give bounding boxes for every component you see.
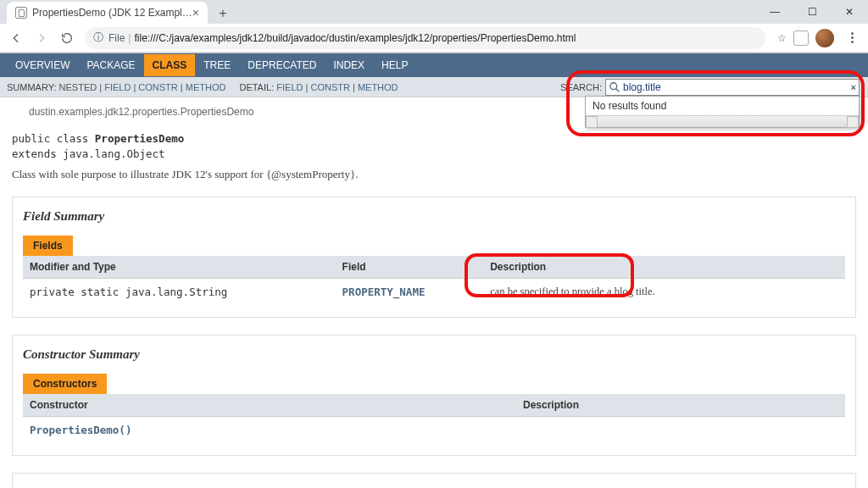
field-description: can be specified to provide a blog title…: [490, 286, 654, 297]
address-bar[interactable]: ⓘ File | file:///C:/java/examples/jdk12/…: [85, 27, 765, 49]
close-window-button[interactable]: ✕: [831, 0, 868, 24]
constructor-summary-section: Constructor Summary Constructors Constru…: [12, 335, 856, 456]
col-constructor: Constructor: [23, 394, 516, 417]
nav-class[interactable]: CLASS: [144, 54, 196, 76]
forward-button[interactable]: [31, 27, 53, 49]
method-summary-section: Method Summary All Methods Static Method…: [12, 473, 856, 488]
constructor-row: PropertiesDemo(): [23, 417, 845, 444]
detail-constr[interactable]: CONSTR: [310, 82, 349, 92]
extension-icon[interactable]: [793, 30, 809, 46]
detail-label: DETAIL:: [239, 82, 274, 92]
field-summary-title: Field Summary: [23, 209, 845, 224]
url-text: file:///C:/java/examples/jdk12/build/jav…: [134, 32, 757, 44]
search-label: SEARCH:: [560, 82, 602, 92]
nav-overview[interactable]: OVERVIEW: [7, 54, 78, 76]
detail-field[interactable]: FIELD: [276, 82, 303, 92]
browser-chrome: PropertiesDemo (JDK 12 Exampl… × + — ☐ ✕…: [0, 0, 868, 53]
constructors-table: Constructor Description PropertiesDemo(): [23, 394, 845, 443]
summary-field[interactable]: FIELD: [104, 82, 131, 92]
nav-tree[interactable]: TREE: [195, 54, 239, 76]
search-dropdown: No results found: [585, 96, 860, 128]
javadoc-sub-nav: SUMMARY: NESTED | FIELD | CONSTR | METHO…: [0, 77, 868, 97]
reload-button[interactable]: [56, 27, 78, 49]
file-icon: ⓘ: [93, 30, 103, 45]
svg-point-0: [610, 83, 617, 90]
field-summary-section: Field Summary Fields Modifier and Type F…: [12, 197, 856, 318]
nav-help[interactable]: HELP: [373, 54, 416, 76]
clear-search-icon[interactable]: ×: [851, 82, 856, 92]
col-field: Field: [336, 256, 484, 279]
col-modifier: Modifier and Type: [23, 256, 336, 279]
fields-tab[interactable]: Fields: [23, 236, 73, 256]
close-tab-icon[interactable]: ×: [192, 6, 199, 19]
minimize-button[interactable]: —: [756, 0, 793, 24]
nav-deprecated[interactable]: DEPRECATED: [239, 54, 325, 76]
profile-avatar[interactable]: [815, 29, 834, 47]
svg-line-1: [616, 89, 620, 92]
javadoc-top-nav: OVERVIEW PACKAGE CLASS TREE DEPRECATED I…: [0, 53, 868, 77]
browser-tab[interactable]: PropertiesDemo (JDK 12 Exampl… ×: [7, 2, 208, 24]
col-constructor-desc: Description: [516, 394, 845, 417]
constructors-tab[interactable]: Constructors: [23, 374, 107, 394]
constructor-name-link[interactable]: PropertiesDemo(): [30, 424, 131, 436]
summary-nested: NESTED: [59, 82, 97, 92]
dropdown-scrollbar[interactable]: [586, 115, 859, 127]
constructor-summary-title: Constructor Summary: [23, 347, 845, 362]
summary-constr[interactable]: CONSTR: [138, 82, 177, 92]
constructor-description: [516, 417, 845, 444]
tab-title: PropertiesDemo (JDK 12 Exampl…: [32, 7, 192, 19]
maximize-button[interactable]: ☐: [793, 0, 831, 24]
fields-table: Modifier and Type Field Description priv…: [23, 256, 845, 305]
detail-method[interactable]: METHOD: [358, 82, 398, 92]
new-tab-button[interactable]: +: [213, 3, 233, 24]
field-name-link[interactable]: PROPERTY_NAME: [342, 286, 426, 298]
url-scheme-label: File: [108, 32, 125, 44]
search-input[interactable]: [623, 81, 843, 93]
search-icon: [609, 81, 620, 93]
nav-package[interactable]: PACKAGE: [78, 54, 143, 76]
page-icon: [15, 7, 27, 19]
field-modifier: private static java.lang.String: [23, 279, 336, 306]
class-description: Class with sole purpose to illustrate JD…: [12, 168, 856, 181]
class-declaration: public class PropertiesDemo extends java…: [12, 131, 856, 161]
browser-menu-button[interactable]: [841, 32, 863, 43]
back-button[interactable]: [5, 27, 27, 49]
col-description: Description: [483, 256, 845, 279]
summary-label: SUMMARY:: [7, 82, 56, 92]
search-box[interactable]: ×: [605, 79, 860, 96]
search-no-results: No results found: [586, 97, 859, 115]
nav-index[interactable]: INDEX: [325, 54, 373, 76]
summary-method[interactable]: METHOD: [186, 82, 226, 92]
bookmark-star-icon[interactable]: ☆: [777, 32, 787, 44]
field-row: private static java.lang.String PROPERTY…: [23, 279, 845, 306]
